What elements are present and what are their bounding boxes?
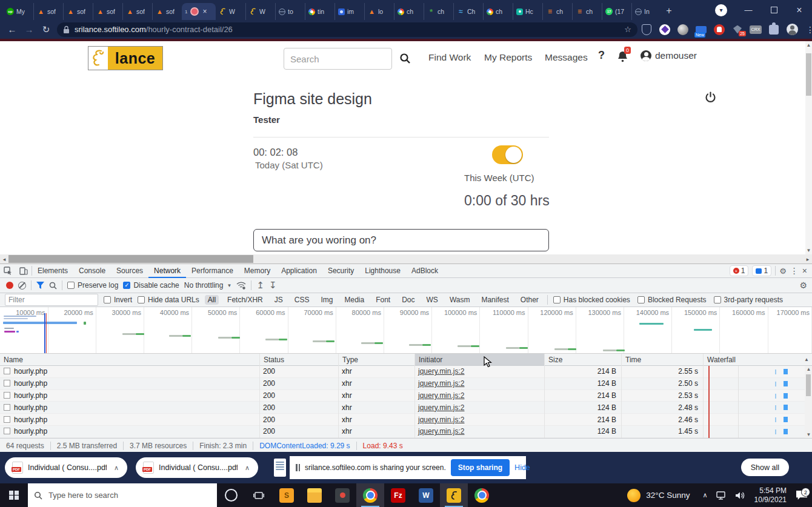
- reload-button[interactable]: ↻: [38, 24, 55, 35]
- download-caret-icon[interactable]: ∧: [114, 464, 119, 472]
- site-search-input[interactable]: [284, 48, 392, 70]
- scroll-down-icon[interactable]: ▼: [805, 248, 812, 253]
- browser-tab[interactable]: im: [334, 3, 364, 20]
- window-close-button[interactable]: ×: [787, 0, 812, 20]
- browser-tab[interactable]: W: [216, 3, 245, 20]
- filter-type-doc[interactable]: Doc: [399, 295, 418, 305]
- column-header-size[interactable]: Size: [544, 354, 621, 365]
- filter-type-ws[interactable]: WS: [424, 295, 441, 305]
- taskbar-app-srilance-app[interactable]: [440, 483, 468, 507]
- taskbar-app-filezilla[interactable]: Fz: [384, 483, 412, 507]
- initiator-link[interactable]: jquery.min.js:2: [418, 391, 464, 400]
- taskbar-search[interactable]: [28, 483, 217, 507]
- column-header-waterfall[interactable]: Waterfall▲: [703, 354, 812, 365]
- filter-type-js[interactable]: JS: [271, 295, 286, 305]
- column-header-name[interactable]: Name: [0, 354, 259, 365]
- new-tab-button[interactable]: +: [661, 3, 677, 19]
- taskbar-app-chrome[interactable]: [356, 483, 384, 507]
- request-waterfall-cell[interactable]: [703, 402, 812, 413]
- request-waterfall-cell[interactable]: [703, 426, 812, 437]
- table-scroll-down-icon[interactable]: ▼: [805, 432, 812, 437]
- purple-extension-icon[interactable]: [656, 20, 674, 39]
- address-bar[interactable]: srilance.softileo.com/hourly-contract-de…: [57, 22, 637, 37]
- download-caret-icon[interactable]: ∧: [245, 464, 250, 472]
- devtools-tab-memory[interactable]: Memory: [239, 264, 276, 278]
- request-initiator-cell[interactable]: jquery.min.js:2: [414, 391, 544, 400]
- initiator-link[interactable]: jquery.min.js:2: [418, 427, 464, 436]
- sphere-extension-icon[interactable]: [674, 20, 692, 39]
- hscrollbar-thumb[interactable]: [8, 255, 253, 263]
- forward-button[interactable]: →: [21, 24, 38, 35]
- initiator-link[interactable]: jquery.min.js:2: [418, 379, 464, 388]
- request-name-cell[interactable]: hourly.php: [0, 416, 259, 424]
- table-vertical-scrollbar[interactable]: ▲ ▼: [805, 366, 812, 438]
- hide-share-bar-button[interactable]: Hide: [514, 463, 530, 472]
- taskbar-app-dark-app[interactable]: [328, 483, 356, 507]
- devtools-tab-lighthouse[interactable]: Lighthouse: [359, 264, 406, 278]
- devtools-tab-console[interactable]: Console: [73, 264, 111, 278]
- network-request-row[interactable]: hourly.php200xhrjquery.min.js:2124 B1.45…: [0, 426, 812, 438]
- column-header-status[interactable]: Status: [259, 354, 338, 365]
- export-har-icon[interactable]: ↧: [269, 281, 277, 290]
- devtools-tab-application[interactable]: Application: [276, 264, 322, 278]
- new-extension-icon[interactable]: New: [692, 20, 710, 39]
- browser-tab[interactable]: ▲sof: [122, 3, 152, 20]
- scroll-up-icon[interactable]: ▲: [805, 42, 812, 48]
- hand-blocker-extension-icon[interactable]: [710, 20, 728, 39]
- initiator-link[interactable]: jquery.min.js:2: [418, 416, 464, 424]
- browser-tab[interactable]: 17(17: [602, 3, 631, 20]
- network-filter-input[interactable]: [5, 294, 98, 306]
- volume-tray-icon[interactable]: [731, 483, 750, 507]
- throttling-select[interactable]: No throttling▼: [184, 281, 232, 290]
- table-scrollbar-thumb[interactable]: [806, 374, 811, 396]
- devtools-tab-adblock[interactable]: AdBlock: [406, 264, 444, 278]
- nav-find-work[interactable]: Find Work: [428, 52, 471, 63]
- action-center-button[interactable]: 2: [791, 491, 812, 500]
- logout-power-icon[interactable]: [705, 91, 716, 103]
- request-initiator-cell[interactable]: jquery.min.js:2: [414, 367, 544, 376]
- request-waterfall-cell[interactable]: [703, 366, 812, 377]
- network-tray-icon[interactable]: [712, 483, 731, 507]
- filter-type-fetch-xhr[interactable]: Fetch/XHR: [224, 295, 266, 305]
- browser-tab[interactable]: to: [275, 3, 305, 20]
- network-settings-gear-icon[interactable]: ⚙: [799, 280, 807, 290]
- filter-type-other[interactable]: Other: [517, 295, 542, 305]
- cortana-button[interactable]: [217, 483, 245, 507]
- request-waterfall-cell[interactable]: [703, 378, 812, 389]
- request-name-cell[interactable]: hourly.php: [0, 403, 259, 412]
- filter-check-blocked-requests[interactable]: Blocked Requests: [637, 296, 707, 304]
- browser-tab[interactable]: ▲lo: [364, 3, 394, 20]
- user-menu[interactable]: demouser: [641, 50, 697, 61]
- request-waterfall-cell[interactable]: [703, 390, 812, 402]
- disable-cache-checkbox[interactable]: ✓Disable cache: [123, 281, 179, 290]
- filter-type-manifest[interactable]: Manifest: [478, 295, 511, 305]
- initiator-link[interactable]: jquery.min.js:2: [418, 403, 464, 412]
- filter-type-font[interactable]: Font: [373, 295, 393, 305]
- inspect-element-icon[interactable]: [0, 267, 16, 275]
- column-header-type[interactable]: Type: [338, 354, 414, 365]
- filter-check-has-blocked-cookies[interactable]: Has blocked cookies: [553, 296, 630, 304]
- filter-type-img[interactable]: Img: [318, 295, 336, 305]
- network-request-row[interactable]: hourly.php200xhrjquery.min.js:2214 B2.46…: [0, 414, 812, 426]
- taskbar-app-sublime-text[interactable]: S: [273, 483, 301, 507]
- taskbar-app-chrome-colored[interactable]: [468, 483, 496, 507]
- browser-profile-button[interactable]: ▾: [715, 4, 727, 16]
- devtools-close-icon[interactable]: ×: [802, 266, 807, 276]
- gem-extension-icon[interactable]: 25: [728, 20, 747, 39]
- devtools-tab-elements[interactable]: Elements: [32, 264, 73, 278]
- back-button[interactable]: ←: [4, 24, 21, 35]
- browser-tab[interactable]: ▲sof: [152, 3, 182, 20]
- browser-tab[interactable]: ≡ch: [542, 3, 572, 20]
- request-initiator-cell[interactable]: jquery.min.js:2: [414, 416, 544, 424]
- nav-my-reports[interactable]: My Reports: [484, 52, 532, 63]
- bookmark-star-icon[interactable]: ☆: [624, 25, 631, 34]
- request-initiator-cell[interactable]: jquery.min.js:2: [414, 427, 544, 436]
- device-toolbar-icon[interactable]: [16, 267, 32, 275]
- scroll-right-icon[interactable]: ▸: [804, 254, 812, 263]
- devtools-settings-gear-icon[interactable]: ⚙: [779, 267, 787, 276]
- browser-menu-kebab-icon[interactable]: ⋮: [801, 20, 812, 39]
- filter-type-css[interactable]: CSS: [291, 295, 313, 305]
- tab-close-icon[interactable]: ×: [202, 7, 207, 16]
- browser-tab[interactable]: ▲sof: [93, 3, 122, 20]
- browser-tab[interactable]: *ch: [424, 3, 453, 20]
